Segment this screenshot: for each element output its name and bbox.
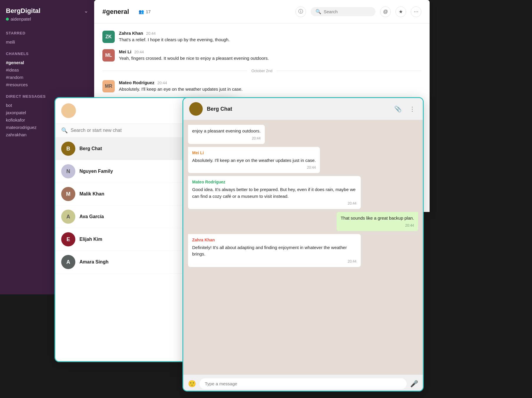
sender-name: Mei Li: [192, 150, 316, 156]
table-row: MR Mateo Rodríguez 20:44 Absolutely. I'l…: [102, 80, 421, 93]
message-time: 20:44: [192, 136, 261, 141]
message-text: That sounds like a great backup plan.: [341, 215, 414, 222]
sidebar-item-meili[interactable]: meili: [6, 38, 88, 46]
message-time: 20:44: [134, 50, 144, 54]
online-status-icon: [6, 18, 9, 21]
microphone-icon[interactable]: 🎤: [410, 380, 418, 388]
star-icon[interactable]: ★: [395, 6, 406, 17]
avatar: [189, 102, 203, 116]
workspace-title: BergDigital: [6, 7, 40, 15]
message-time: 20:44: [146, 31, 156, 36]
sidebar-item-resources[interactable]: #resources: [6, 81, 88, 88]
members-icon: 👥: [139, 9, 144, 14]
avatar: B: [61, 142, 75, 156]
sidebar-item-general[interactable]: #general: [6, 59, 88, 66]
message-text: Good idea. It's always better to be prep…: [192, 186, 357, 200]
avatar: N: [61, 164, 75, 178]
message-text: Absolutely. I'll keep an eye on the weat…: [119, 86, 421, 93]
search-icon: 🔍: [61, 127, 68, 134]
message-time: 20:44: [157, 81, 167, 85]
search-box[interactable]: 🔍: [311, 7, 375, 16]
message-time: 20:44: [192, 165, 316, 170]
table-row: Mei Li Absolutely. I'll keep an eye on t…: [188, 147, 320, 173]
more-options-icon[interactable]: ⋮: [408, 104, 417, 114]
avatar: [61, 103, 76, 118]
channels-section-label: CHANNELS: [6, 52, 88, 56]
avatar: A: [61, 255, 75, 269]
avatar: A: [61, 210, 75, 224]
current-user: aidenpatel: [6, 16, 88, 21]
sender-name: Mateo Rodríguez: [119, 80, 154, 85]
message-text: That's a relief. I hope it clears up by …: [119, 37, 421, 43]
message-text: enjoy a pleasant evening outdoors.: [192, 128, 261, 135]
attachment-icon[interactable]: 📎: [393, 104, 403, 114]
message-text: Absolutely. I'll keep an eye on the weat…: [192, 157, 316, 164]
sidebar-item-random[interactable]: #random: [6, 74, 88, 81]
table-row: Zahra Khan Definitely! It's all about ad…: [188, 234, 361, 267]
table-row: enjoy a pleasant evening outdoors. 20:44: [188, 125, 265, 144]
chat-input-bar: 🙂 🎤: [183, 374, 423, 392]
search-input[interactable]: [324, 9, 365, 14]
mention-icon[interactable]: @: [380, 6, 391, 17]
info-icon[interactable]: ⓘ: [295, 6, 306, 17]
sender-name: Zahra Khan: [192, 237, 357, 243]
sender-name: Mateo Rodríguez: [192, 179, 357, 185]
message-input[interactable]: [200, 378, 407, 389]
more-options-icon[interactable]: ⋯: [411, 6, 421, 17]
emoji-icon[interactable]: 🙂: [188, 380, 196, 388]
starred-section-label: STARRED: [6, 31, 88, 35]
sidebar-item-ideas[interactable]: #ideas: [6, 66, 88, 74]
table-row: Mateo Rodríguez Good idea. It's always b…: [188, 176, 361, 209]
member-count-value: 17: [146, 9, 151, 14]
message-time: 20:44: [192, 259, 357, 264]
main-chat-header: #general 👥 17 ⓘ 🔍 @ ★ ⋯: [94, 0, 430, 24]
message-time: 20:44: [192, 201, 357, 206]
sender-name: Zahra Khan: [119, 31, 143, 36]
channel-name: #general: [102, 8, 129, 16]
chat-window-panel: Berg Chat 📎 ⋮ enjoy a pleasant evening o…: [182, 97, 424, 392]
date-divider: October 2nd: [102, 69, 421, 73]
avatar: ML: [102, 49, 115, 62]
sidebar-header: BergDigital ⌄: [6, 7, 88, 15]
table-row: ZK Zahra Khan 20:44 That's a relief. I h…: [102, 31, 421, 43]
table-row: ML Mei Li 20:44 Yeah, fingers crossed. I…: [102, 49, 421, 62]
avatar: E: [61, 232, 75, 246]
chat-window-title: Berg Chat: [207, 106, 388, 112]
avatar: MR: [102, 80, 115, 92]
chat-window-header: Berg Chat 📎 ⋮: [183, 98, 423, 120]
member-count: 👥 17: [139, 9, 151, 14]
avatar: ZK: [102, 31, 115, 43]
table-row: That sounds like a great backup plan. 20…: [337, 212, 418, 231]
search-icon: 🔍: [315, 9, 321, 14]
message-time: 20:44: [341, 223, 414, 228]
chat-window-messages: enjoy a pleasant evening outdoors. 20:44…: [183, 120, 423, 374]
message-text: Yeah, fingers crossed. It would be nice …: [119, 55, 421, 62]
username-label: aidenpatel: [11, 16, 31, 21]
message-text: Definitely! It's all about adapting and …: [192, 244, 357, 258]
avatar: M: [61, 187, 75, 201]
chevron-down-icon[interactable]: ⌄: [84, 8, 88, 14]
sender-name: Mei Li: [119, 49, 132, 54]
